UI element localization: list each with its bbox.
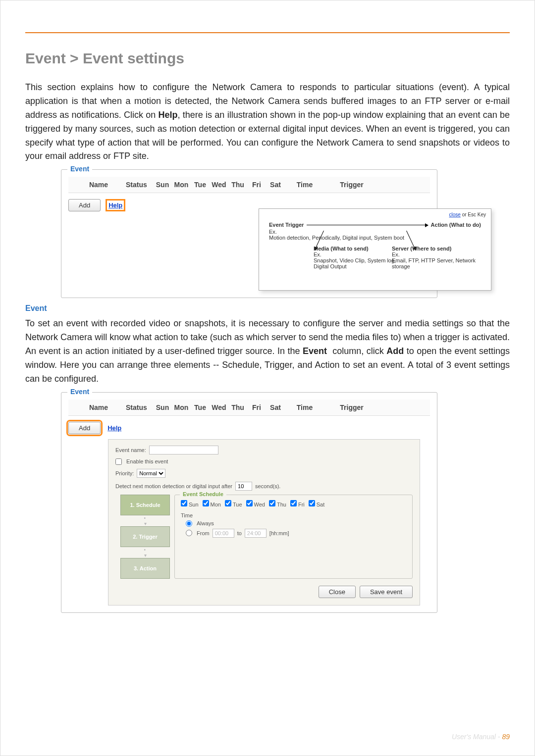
event-table-header-1: Name Status Sun Mon Tue Wed Thu Fri Sat … (68, 177, 430, 193)
day-tue[interactable]: Tue (225, 500, 242, 507)
event-trigger-ex-text: Motion detection, Periodically, Digital … (269, 235, 404, 241)
enable-event-checkbox[interactable] (115, 458, 122, 465)
to-label: to (237, 530, 242, 536)
col-thu: Thu (228, 403, 247, 411)
help-link-2[interactable]: Help (107, 424, 121, 432)
day-tue-label: Tue (233, 502, 242, 507)
day-thu-checkbox[interactable] (269, 500, 275, 506)
col-sun: Sun (153, 181, 172, 189)
step-action[interactable]: 3. Action (120, 558, 170, 579)
day-sun-checkbox[interactable] (181, 500, 187, 506)
event-trigger-title: Event Trigger (269, 222, 304, 228)
col-thu: Thu (228, 181, 247, 189)
day-mon-checkbox[interactable] (203, 500, 209, 506)
help-link-1[interactable]: Help (107, 201, 123, 209)
event-table-header-2: Name Status Sun Mon Tue Wed Thu Fri Sat … (68, 400, 430, 416)
page-title: Event > Event settings (25, 50, 510, 67)
media-ex-text: Snapshot, Video Clip, System log, Digita… (314, 257, 396, 269)
event-trigger-ex: Ex. Motion detection, Periodically, Digi… (269, 229, 481, 241)
brand-name: VIVOTEK (472, 20, 510, 29)
event-name-label: Event name: (115, 447, 146, 453)
event-schedule-box: Event Schedule Sun Mon Tue Wed Thu Fri S… (174, 495, 413, 579)
from-radio[interactable] (186, 530, 192, 536)
add-button-1[interactable]: Add (68, 199, 101, 211)
detect-seconds-input[interactable] (235, 482, 252, 491)
col-wed: Wed (210, 403, 228, 411)
footer-page-number: 89 (502, 733, 510, 741)
day-thu-label: Thu (277, 502, 286, 507)
col-status: Status (126, 181, 153, 189)
day-wed[interactable]: Wed (246, 500, 265, 507)
server-ex-label: Ex. (392, 252, 400, 257)
col-name: Name (71, 403, 126, 411)
day-mon[interactable]: Mon (203, 500, 221, 507)
col-mon: Mon (172, 181, 191, 189)
intro-paragraph: This section explains how to configure t… (25, 81, 510, 163)
hhmm-label: [hh:mm] (269, 530, 289, 536)
para2-bold-add: Add (386, 346, 404, 356)
day-sat-checkbox[interactable] (309, 500, 315, 506)
col-time: Time (285, 181, 324, 189)
page-footer: User's Manual - 89 (452, 733, 510, 741)
col-sat: Sat (266, 181, 285, 189)
brand-header: VIVOTEK (25, 20, 510, 33)
day-thu[interactable]: Thu (269, 500, 286, 507)
steps-column: 1. Schedule •▾ 2. Trigger •▾ 3. Action (115, 495, 175, 579)
detect-post-label: second(s). (255, 483, 280, 489)
paragraph-2: To set an event with recorded video or s… (25, 317, 510, 386)
event-trigger-ex-label: Ex. (269, 229, 277, 235)
col-tue: Tue (191, 403, 210, 411)
action-title: Action (What to do) (431, 222, 481, 228)
event-settings-dialog: Event name: Enable this event Priority: … (108, 439, 420, 605)
day-fri[interactable]: Fri (290, 500, 305, 507)
step-trigger[interactable]: 2. Trigger (120, 526, 170, 547)
day-tue-checkbox[interactable] (225, 500, 231, 506)
col-fri: Fri (247, 403, 266, 411)
day-fri-label: Fri (298, 502, 305, 507)
figure-event-panel-2: Event Name Status Sun Mon Tue Wed Thu Fr… (61, 392, 510, 613)
help-esc-text: or Esc Key (461, 212, 486, 217)
to-input (245, 529, 267, 538)
save-event-button[interactable]: Save event (360, 586, 413, 598)
from-label: From (197, 530, 210, 536)
help-close-link[interactable]: close (449, 212, 461, 217)
col-time: Time (285, 403, 324, 411)
close-button[interactable]: Close (319, 586, 356, 598)
col-tue: Tue (191, 181, 210, 189)
figure-event-panel-1: Event Name Status Sun Mon Tue Wed Thu Fr… (61, 169, 510, 298)
intro-bold-help: Help (158, 110, 177, 120)
step-schedule[interactable]: 1. Schedule (120, 495, 170, 515)
col-name: Name (71, 181, 126, 189)
media-title: Media (What to send) (314, 246, 369, 252)
arrow-icon (307, 225, 428, 225)
media-ex-label: Ex. (314, 252, 321, 257)
day-wed-label: Wed (254, 502, 265, 507)
from-input (213, 529, 234, 538)
col-trigger: Trigger (324, 181, 379, 189)
help-close-row: close or Esc Key (449, 212, 486, 217)
always-label: Always (197, 520, 214, 526)
enable-event-label: Enable this event (126, 458, 168, 464)
day-sun[interactable]: Sun (181, 500, 199, 507)
event-name-input[interactable] (149, 446, 218, 454)
event-schedule-legend: Event Schedule (180, 491, 226, 497)
col-sun: Sun (153, 403, 172, 411)
server-title: Server (Where to send) (392, 246, 451, 252)
section-label-event: Event (25, 304, 510, 313)
day-sat[interactable]: Sat (309, 500, 325, 507)
priority-select[interactable]: Normal (137, 469, 165, 478)
always-radio[interactable] (186, 520, 192, 527)
col-trigger: Trigger (324, 403, 379, 411)
col-fri: Fri (247, 181, 266, 189)
day-sun-label: Sun (189, 502, 199, 507)
server-ex-text: Email, FTP, HTTP Server, Network storage (392, 257, 476, 269)
col-status: Status (126, 403, 153, 411)
time-label: Time (181, 512, 406, 518)
day-wed-checkbox[interactable] (246, 500, 253, 506)
help-popup: close or Esc Key Event Trigger Action (W… (259, 208, 491, 291)
day-mon-label: Mon (211, 502, 221, 507)
add-button-2[interactable]: Add (68, 422, 101, 434)
step-connector-2: •▾ (144, 547, 147, 558)
panel2-legend: Event (67, 388, 92, 396)
day-fri-checkbox[interactable] (290, 500, 297, 506)
